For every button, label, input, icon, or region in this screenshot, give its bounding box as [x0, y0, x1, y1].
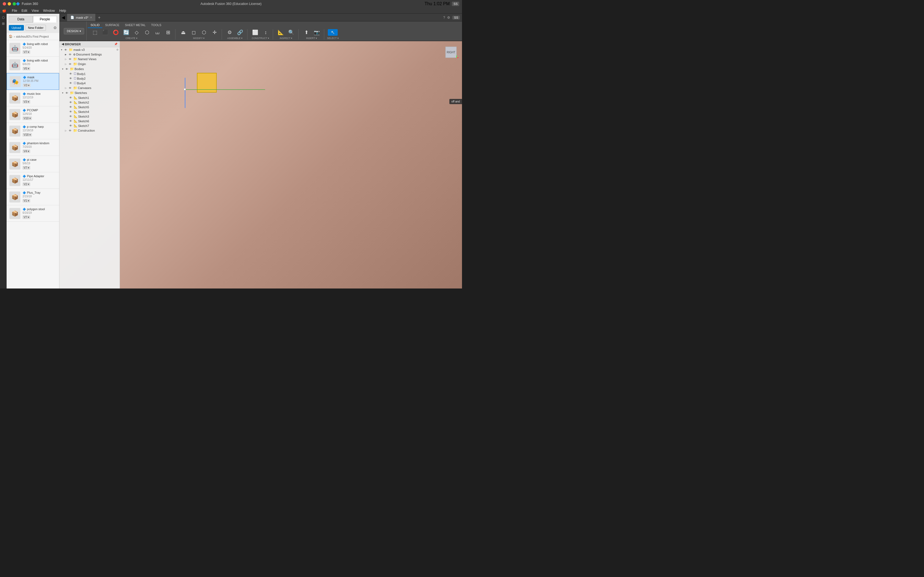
- menu-help[interactable]: Help: [60, 9, 66, 13]
- fillet-btn[interactable]: ◻: [189, 29, 199, 36]
- insert-mesh-btn[interactable]: ⬆: [301, 29, 311, 36]
- sketch1-eye-icon[interactable]: 👁: [69, 96, 73, 99]
- file-version-badge[interactable]: V? ▾: [23, 215, 30, 219]
- menu-view[interactable]: View: [32, 9, 39, 13]
- section-analysis-btn[interactable]: 🔍: [286, 29, 296, 36]
- menu-edit[interactable]: Edit: [21, 9, 27, 13]
- sketch6-eye-icon[interactable]: 👁: [69, 119, 73, 122]
- upload-button[interactable]: Upload: [9, 25, 24, 31]
- close-button[interactable]: [3, 2, 6, 5]
- sketch3-eye-icon[interactable]: 👁: [69, 115, 73, 118]
- browser-item-construction[interactable]: ▷ 👁 📁 Construction: [60, 128, 120, 133]
- file-version-badge[interactable]: V2 ▾: [23, 182, 30, 186]
- file-item[interactable]: 📦 🔷 p comp harp 12/18/18 V18 ▾: [6, 123, 59, 139]
- breadcrumb-project[interactable]: sidchou93's First Project: [16, 35, 48, 38]
- file-version-badge[interactable]: V18 ▾: [23, 133, 32, 137]
- sketch2-eye-icon[interactable]: 👁: [69, 101, 73, 104]
- traffic-lights[interactable]: [3, 2, 16, 5]
- new-folder-button[interactable]: New Folder: [26, 25, 46, 31]
- design-button[interactable]: DESIGN ▾: [64, 28, 84, 34]
- root-settings-icon[interactable]: ⚙: [116, 48, 118, 51]
- browser-item-body1[interactable]: 👁 ☐ Body1: [60, 71, 120, 76]
- file-item[interactable]: 📦 🔷 Pipe Adapter 12/11/17 V2 ▾: [6, 172, 59, 189]
- shell-btn[interactable]: ⬡: [142, 29, 152, 36]
- bodies-eye-icon[interactable]: 👁: [65, 68, 69, 71]
- browser-back-icon[interactable]: ◀: [61, 42, 64, 46]
- browser-root-item[interactable]: ▼ 👁 📁 mask v3 ⚙: [60, 47, 120, 52]
- axis-btn[interactable]: ↕: [261, 29, 271, 36]
- menu-window[interactable]: Window: [43, 9, 55, 13]
- revolve-btn[interactable]: ⭕: [111, 29, 121, 36]
- extrude-btn[interactable]: ⬛: [100, 29, 110, 36]
- file-version-badge[interactable]: V3 ▾: [23, 84, 31, 87]
- browser-item-bodies[interactable]: ▼ 👁 📁 Bodies: [60, 66, 120, 71]
- move-btn[interactable]: ✛: [210, 29, 220, 36]
- file-item[interactable]: 📦 🔷 music box 12/12/19 V3 ▾: [6, 90, 59, 106]
- browser-item-sketch5[interactable]: 👁 📐 Sketch5: [60, 105, 120, 110]
- sketch5-eye-icon[interactable]: 👁: [69, 105, 73, 108]
- file-item[interactable]: 🤖 🔷 living with robot 6/6/20 V6 ▾: [6, 56, 59, 73]
- canvases-eye-icon[interactable]: 👁: [69, 87, 73, 90]
- breadcrumb-home-icon[interactable]: 🏠: [9, 35, 13, 38]
- more-create-btn[interactable]: ⊞: [163, 29, 173, 36]
- browser-item-canvases[interactable]: ▷ 👁 📁 Canvases: [60, 85, 120, 90]
- sidebar-home-icon[interactable]: ⬡: [0, 15, 6, 20]
- tab-sheet-metal[interactable]: SHEET METAL: [122, 23, 148, 28]
- view-cube[interactable]: RIGHT: [443, 44, 459, 60]
- named-views-eye-icon[interactable]: 👁: [69, 58, 73, 61]
- sketch7-eye-icon[interactable]: 👁: [69, 124, 73, 127]
- file-item[interactable]: 📦 🔷 Plus_Tray 2/15/18 V1 ▾: [6, 189, 59, 205]
- doc-settings-eye-icon[interactable]: 👁: [69, 53, 73, 56]
- minimize-button[interactable]: [8, 2, 11, 5]
- select-btn[interactable]: ↖: [328, 29, 338, 36]
- browser-item-doc-settings[interactable]: ▶ 👁 ⚙ Document Settings: [60, 52, 120, 56]
- browser-item-sketch4[interactable]: 👁 📐 Sketch4: [60, 110, 120, 114]
- browser-item-sketches[interactable]: ▼ 👁 📁 Sketches: [60, 90, 120, 95]
- file-version-badge[interactable]: V10 ▾: [23, 116, 32, 120]
- rigid-group-btn[interactable]: 🔗: [235, 29, 245, 36]
- chamfer-btn[interactable]: ⬡: [199, 29, 209, 36]
- mirror-btn[interactable]: ⧢: [153, 29, 163, 36]
- construction-eye-icon[interactable]: 👁: [69, 129, 73, 132]
- sketches-eye-icon[interactable]: 👁: [65, 92, 69, 95]
- canvas-background[interactable]: ◀ BROWSER 📌 ▼ 👁 📁 mask v3 ⚙: [60, 41, 462, 288]
- settings-icon[interactable]: ⚙: [447, 16, 450, 19]
- file-item[interactable]: 📦 🔷 PCOMP 12/6/18 V10 ▾: [6, 106, 59, 123]
- press-pull-btn[interactable]: ⏏: [178, 29, 188, 36]
- file-version-badge[interactable]: V4 ▾: [23, 150, 30, 153]
- origin-eye-icon[interactable]: 👁: [69, 63, 73, 66]
- browser-item-sketch2[interactable]: 👁 📐 Sketch2: [60, 100, 120, 105]
- browser-item-origin[interactable]: ▷ 👁 📁 Origin: [60, 61, 120, 66]
- user-badge[interactable]: SS: [452, 16, 460, 19]
- new-tab-button[interactable]: +: [96, 14, 103, 21]
- menu-file[interactable]: File: [12, 9, 17, 13]
- loft-btn[interactable]: ◇: [132, 29, 142, 36]
- browser-item-sketch7[interactable]: 👁 📐 Sketch7: [60, 123, 120, 128]
- file-version-badge[interactable]: V3 ▾: [23, 100, 30, 103]
- body4-eye-icon[interactable]: 👁: [69, 82, 73, 85]
- help-icon[interactable]: ?: [443, 16, 445, 19]
- body1-eye-icon[interactable]: 👁: [69, 72, 73, 75]
- file-item[interactable]: 📦 🔷 phantom kindom 7/20/20 V4 ▾: [6, 139, 59, 156]
- file-version-badge[interactable]: V6 ▾: [23, 67, 30, 70]
- sketch4-eye-icon[interactable]: 👁: [69, 110, 73, 113]
- sweep-btn[interactable]: 🔄: [121, 29, 131, 36]
- browser-item-sketch3[interactable]: 👁 📐 Sketch3: [60, 114, 120, 119]
- active-tab[interactable]: 📄 mask v3* ✕: [67, 14, 96, 21]
- file-version-badge[interactable]: V7 ▾: [23, 166, 30, 169]
- tab-close-button[interactable]: ✕: [90, 16, 92, 19]
- browser-back-btn[interactable]: ◀: [60, 15, 67, 20]
- maximize-button[interactable]: [13, 2, 16, 5]
- plane-btn[interactable]: ⬜: [250, 29, 260, 36]
- browser-item-sketch6[interactable]: 👁 📐 Sketch6: [60, 119, 120, 123]
- browser-item-body4[interactable]: 👁 ☐ Body4: [60, 81, 120, 85]
- root-eye-icon[interactable]: 👁: [65, 48, 68, 52]
- browser-item-sketch1[interactable]: 👁 📐 Sketch1: [60, 95, 120, 100]
- panel-settings-icon[interactable]: ⚙: [53, 26, 57, 30]
- measure-btn[interactable]: 📐: [276, 29, 286, 36]
- tab-surface[interactable]: SURFACE: [102, 23, 122, 28]
- file-item[interactable]: 🎭 🔷 mask 12:58:35 PM V3 ▾: [6, 73, 59, 90]
- new-component-btn[interactable]: ⬚: [90, 29, 100, 36]
- people-tab[interactable]: People: [33, 16, 57, 23]
- browser-pin-icon[interactable]: 📌: [114, 43, 118, 46]
